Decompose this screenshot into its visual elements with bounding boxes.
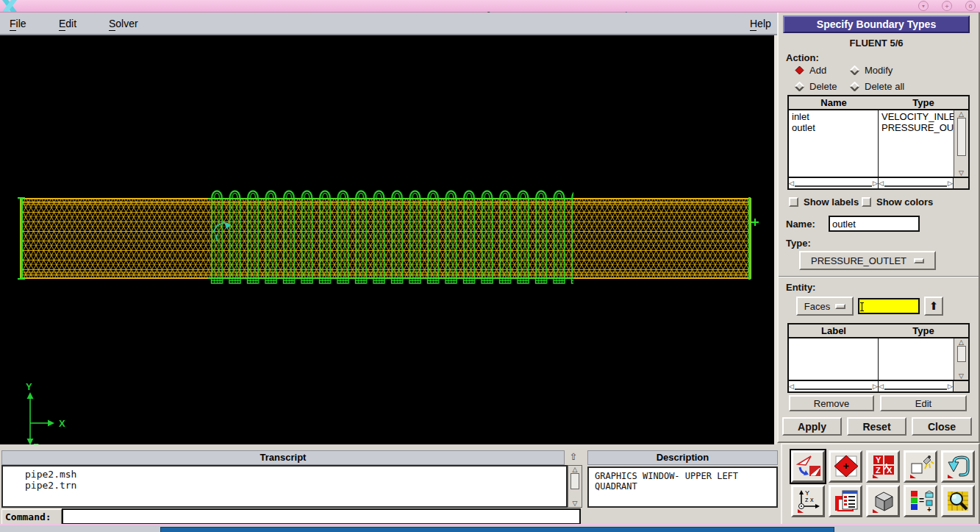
type-dropdown[interactable]: PRESSURE_OUTLET [799, 251, 936, 270]
scroll-down-icon[interactable]: ▽ [959, 372, 964, 380]
radio-add[interactable]: Add [795, 65, 826, 76]
transcript-window: Transcript ⇧ pipe2.msh pipe2.trn △ ▽ Com… [1, 449, 582, 524]
boundary-table-vscrollbar[interactable]: △ ▽ [954, 110, 968, 177]
close-button[interactable]: Close [912, 417, 972, 436]
window-menu-button[interactable]: o [965, 1, 976, 11]
entity-label: Entity: [786, 282, 815, 293]
scroll-up-icon[interactable]: △ [573, 466, 578, 473]
color-code-button[interactable]: = + [904, 485, 937, 517]
window-maximize-button[interactable]: + [942, 1, 952, 11]
menu-file[interactable]: File [10, 18, 26, 29]
radio-diamond-icon [795, 82, 804, 91]
boundary-type-list[interactable]: VELOCITY_INLE PRESSURE_OUT [879, 110, 954, 177]
forms-icon [832, 489, 860, 514]
scroll-up-icon[interactable]: △ [959, 338, 964, 346]
scroll-thumb[interactable] [957, 346, 966, 362]
forms-defaults-button[interactable] [829, 485, 862, 517]
edit-button[interactable]: Edit [880, 395, 967, 411]
entity-kind-dropdown[interactable]: Faces [796, 297, 854, 316]
entity-table-vscrollbar[interactable]: △ ▽ [954, 338, 968, 380]
scroll-right-icon[interactable]: ▷ [873, 383, 878, 390]
form-title: Specify Boundary Types [783, 15, 970, 33]
scroll-right-icon[interactable]: ▷ [873, 180, 878, 187]
window-shade-button[interactable]: ▾ [918, 1, 929, 11]
hscrollbar[interactable]: ◁▷ [789, 178, 879, 188]
command-input[interactable] [62, 508, 581, 525]
boundary-name-list[interactable]: inlet outlet [789, 110, 879, 177]
scroll-right-icon[interactable]: ▷ [948, 383, 953, 390]
geometry-button[interactable] [829, 450, 862, 483]
transcript-collapse-button[interactable]: ⇧ [565, 450, 582, 464]
boundary-row-type[interactable]: VELOCITY_INLE [881, 111, 951, 122]
scroll-left-icon[interactable]: ◁ [879, 383, 884, 390]
checkbox-icon[interactable] [789, 197, 798, 207]
scroll-thumb[interactable] [957, 118, 966, 156]
menu-help[interactable]: Help [750, 18, 771, 29]
scroll-trough[interactable] [795, 180, 872, 187]
name-input[interactable] [829, 216, 920, 232]
operation-toolbar-button[interactable] [791, 450, 825, 483]
transcript-output[interactable]: pipe2.msh pipe2.trn [1, 465, 568, 508]
col-header-label: Label [789, 324, 879, 337]
scroll-left-icon[interactable]: ◁ [789, 383, 794, 390]
zones-button[interactable]: Y Y Z X [866, 450, 900, 483]
entity-pick-input[interactable] [858, 298, 920, 314]
scroll-right-icon[interactable]: ▷ [948, 180, 953, 187]
svg-text:Y: Y [876, 455, 881, 464]
scroll-down-icon[interactable]: ▽ [573, 500, 578, 507]
menu-solver[interactable]: Solver [109, 18, 138, 29]
scroll-down-icon[interactable]: ▽ [959, 169, 964, 177]
radio-delete[interactable]: Delete [795, 81, 837, 92]
taskbar-window-button[interactable] [160, 527, 834, 532]
show-colors-checkbox[interactable]: Show colors [862, 196, 933, 208]
scroll-thumb[interactable] [571, 473, 579, 489]
transcript-header: Transcript [1, 450, 565, 465]
hscrollbar[interactable]: ◁▷ [879, 381, 954, 391]
show-labels-label: Show labels [804, 196, 859, 208]
action-label: Action: [786, 52, 819, 63]
entity-kind-value: Faces [804, 301, 830, 312]
undo-button[interactable] [941, 450, 975, 483]
show-labels-checkbox[interactable]: Show labels [789, 196, 859, 208]
radio-modify[interactable]: Modify [850, 65, 893, 76]
svg-text:=: = [919, 495, 924, 506]
tools-button[interactable] [904, 450, 937, 483]
coordinate-axes-icon: Y z x [795, 489, 823, 514]
boundary-row-type[interactable]: PRESSURE_OUT [881, 122, 951, 133]
examine-mesh-icon [945, 489, 973, 514]
window-titlebar[interactable]: GAMBITSolver: FLUENT 5/6ID: pipe2 ▾ + o [0, 0, 980, 13]
checkbox-icon[interactable] [862, 197, 871, 207]
reset-button[interactable]: Reset [847, 417, 906, 436]
remove-button[interactable]: Remove [789, 395, 874, 411]
scroll-trough[interactable] [884, 383, 947, 390]
show-colors-label: Show colors [876, 196, 933, 208]
entity-pick-list-button[interactable]: ⬆ [924, 297, 943, 316]
view-orientation-button[interactable] [866, 485, 900, 517]
graphics-viewport[interactable]: Y X Z [0, 35, 774, 445]
scroll-left-icon[interactable]: ◁ [789, 180, 794, 187]
transcript-vscrollbar[interactable]: △ ▽ [568, 465, 582, 508]
hscrollbar[interactable]: ◁▷ [879, 178, 954, 188]
menu-edit[interactable]: Edit [59, 18, 76, 29]
boundary-row-name[interactable]: outlet [792, 122, 875, 133]
scroll-up-icon[interactable]: △ [959, 110, 964, 118]
boundary-table-body[interactable]: inlet outlet VELOCITY_INLE PRESSURE_OUT … [789, 110, 968, 177]
geometry-icon [832, 454, 860, 479]
scroll-trough[interactable] [884, 180, 947, 187]
hscrollbar[interactable]: ◁▷ [789, 381, 879, 391]
scroll-left-icon[interactable]: ◁ [879, 180, 884, 187]
entity-table-body[interactable]: △ ▽ [789, 338, 968, 380]
entity-label-list[interactable] [789, 338, 879, 380]
entity-table-header: Label Type [789, 324, 968, 338]
entity-table-hscrollbars[interactable]: ◁▷ ◁▷ [789, 380, 968, 391]
apply-button[interactable]: Apply [782, 417, 842, 436]
axis-label-x: X [59, 418, 65, 429]
boundary-row-name[interactable]: inlet [792, 111, 875, 122]
examine-mesh-button[interactable] [941, 485, 975, 517]
entity-type-list[interactable] [879, 338, 954, 380]
scroll-trough[interactable] [795, 383, 872, 390]
radio-diamond-icon [850, 65, 859, 75]
boundary-table-hscrollbars[interactable]: ◁▷ ◁▷ [789, 177, 968, 188]
coordinate-system-button[interactable]: Y z x [791, 485, 825, 517]
radio-delete-all[interactable]: Delete all [850, 81, 904, 92]
